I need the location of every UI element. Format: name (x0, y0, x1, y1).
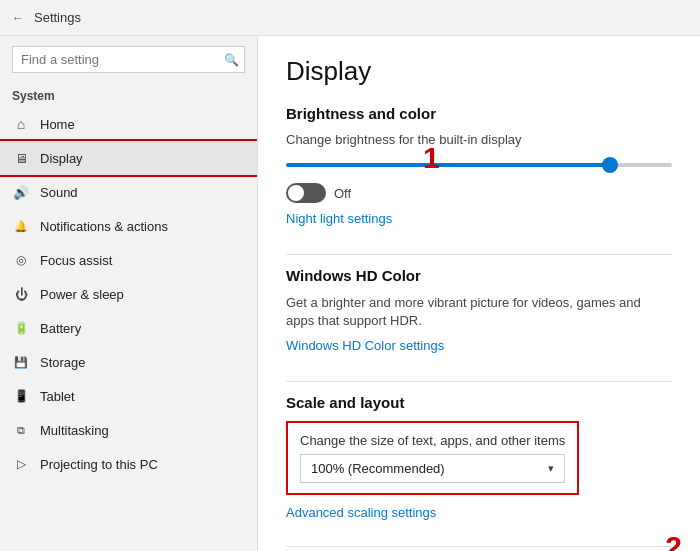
sidebar-item-label: Projecting to this PC (40, 457, 158, 472)
back-button[interactable]: ← (12, 11, 24, 25)
focus-icon: ◎ (12, 251, 30, 269)
toggle-knob (288, 185, 304, 201)
sidebar-item-label: Multitasking (40, 423, 109, 438)
search-input[interactable] (12, 46, 245, 73)
sidebar-item-label: Battery (40, 321, 81, 336)
night-light-toggle[interactable] (286, 183, 326, 203)
sidebar-item-display[interactable]: 🖥 Display (0, 141, 257, 175)
night-light-settings-link[interactable]: Night light settings (286, 211, 392, 226)
scale-box: Change the size of text, apps, and other… (286, 421, 579, 495)
page-title: Display (286, 56, 672, 87)
sidebar-item-label: Focus assist (40, 253, 112, 268)
sidebar-item-label: Home (40, 117, 75, 132)
main-layout: 🔍 System ⌂ Home 🖥 Display 🔊 Sound 🔔 Noti… (0, 36, 700, 551)
scale-dropdown[interactable]: 100% (Recommended) ▾ (300, 454, 565, 483)
sidebar-item-tablet[interactable]: 📱 Tablet (0, 379, 257, 413)
sidebar-item-notifications[interactable]: 🔔 Notifications & actions (0, 209, 257, 243)
battery-icon: 🔋 (12, 319, 30, 337)
content-area: 1 Display Brightness and color Change br… (258, 36, 700, 551)
divider-2 (286, 381, 672, 382)
display-icon: 🖥 (12, 149, 30, 167)
sidebar-item-storage[interactable]: 💾 Storage (0, 345, 257, 379)
hd-color-heading: Windows HD Color (286, 267, 672, 284)
search-container: 🔍 (12, 46, 245, 73)
sidebar-item-projecting[interactable]: ▷ Projecting to this PC (0, 447, 257, 481)
title-bar: ← Settings (0, 0, 700, 36)
sound-icon: 🔊 (12, 183, 30, 201)
scale-section: Scale and layout 2 Change the size of te… (286, 394, 672, 534)
advanced-scaling-link[interactable]: Advanced scaling settings (286, 505, 436, 520)
chevron-down-icon: ▾ (548, 462, 554, 475)
sidebar-section-label: System (0, 83, 257, 107)
hd-color-link[interactable]: Windows HD Color settings (286, 338, 444, 353)
divider-3 (286, 546, 672, 547)
sidebar: 🔍 System ⌂ Home 🖥 Display 🔊 Sound 🔔 Noti… (0, 36, 258, 551)
sidebar-item-home[interactable]: ⌂ Home (0, 107, 257, 141)
night-light-state: Off (334, 186, 351, 201)
brightness-heading: Brightness and color (286, 105, 672, 122)
sidebar-item-label: Display (40, 151, 83, 166)
sidebar-item-focus[interactable]: ◎ Focus assist (0, 243, 257, 277)
dropdown-value: 100% (Recommended) (311, 461, 445, 476)
hd-color-section: Windows HD Color Get a brighter and more… (286, 267, 672, 367)
power-icon: ⏻ (12, 285, 30, 303)
sidebar-item-label: Notifications & actions (40, 219, 168, 234)
home-icon: ⌂ (12, 115, 30, 133)
multitasking-icon: ⧉ (12, 421, 30, 439)
scale-dropdown-label: Change the size of text, apps, and other… (300, 433, 565, 448)
sidebar-item-multitasking[interactable]: ⧉ Multitasking (0, 413, 257, 447)
search-icon: 🔍 (224, 53, 239, 67)
sidebar-item-label: Tablet (40, 389, 75, 404)
sidebar-item-label: Power & sleep (40, 287, 124, 302)
sidebar-item-label: Sound (40, 185, 78, 200)
app-title: Settings (34, 10, 81, 25)
notifications-icon: 🔔 (12, 217, 30, 235)
annotation-1: 1 (423, 141, 690, 175)
sidebar-item-battery[interactable]: 🔋 Battery (0, 311, 257, 345)
annotation-2: 2 (665, 530, 682, 551)
divider-1 (286, 254, 672, 255)
storage-icon: 💾 (12, 353, 30, 371)
tablet-icon: 📱 (12, 387, 30, 405)
projecting-icon: ▷ (12, 455, 30, 473)
hd-color-description: Get a brighter and more vibrant picture … (286, 294, 672, 330)
sidebar-item-label: Storage (40, 355, 86, 370)
sidebar-item-power[interactable]: ⏻ Power & sleep (0, 277, 257, 311)
scale-heading: Scale and layout (286, 394, 672, 411)
night-light-row: Off (286, 183, 672, 203)
sidebar-item-sound[interactable]: 🔊 Sound (0, 175, 257, 209)
